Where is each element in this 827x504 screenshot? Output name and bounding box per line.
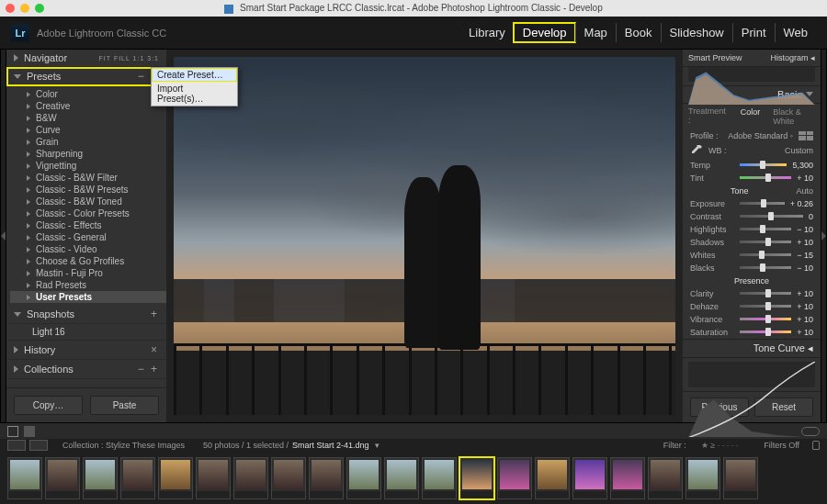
navigator-modes[interactable]: FIT FILL 1:1 3:1 [99,55,159,62]
loupe-view-icon[interactable] [7,426,18,437]
profile-value[interactable]: Adobe Standard ◦ [728,131,793,140]
wb-dropdown[interactable]: Custom [785,146,813,155]
filmstrip-thumb[interactable] [233,457,268,499]
collections-header[interactable]: Collections − + [6,360,166,379]
preset-folder[interactable]: Curve [10,124,166,136]
clarity-slider[interactable] [740,292,791,295]
module-slideshow[interactable]: Slideshow [661,23,732,42]
preset-folder[interactable]: Vignetting [10,160,166,172]
filmstrip-thumb[interactable] [422,457,457,499]
current-filename[interactable]: Smart Start 2-41.dng [292,441,369,450]
navigator-header[interactable]: Navigator FIT FILL 1:1 3:1 [6,50,166,67]
preset-folder[interactable]: Color [10,88,166,100]
vibrance-slider[interactable] [740,318,791,320]
filmstrip-thumb[interactable] [120,457,155,499]
contrast-value[interactable]: 0 [809,212,813,221]
left-panel-collapse[interactable] [0,50,6,422]
preview-image[interactable] [174,57,675,415]
temp-slider[interactable] [740,163,787,166]
snapshots-add[interactable]: + [151,308,159,320]
auto-tone-button[interactable]: Auto [796,186,813,196]
collection-path[interactable]: Collection : Stylize These Images [62,441,185,450]
contrast-slider[interactable] [740,215,803,218]
second-window-icon[interactable] [7,440,26,451]
preset-folder[interactable]: Classic - Video [10,243,166,255]
filmstrip[interactable] [0,452,827,504]
filmstrip-thumb[interactable] [45,457,80,499]
filmstrip-thumb[interactable] [196,457,231,499]
filmstrip-thumb[interactable] [497,457,532,499]
create-preset-item[interactable]: Create Preset… [152,68,237,82]
preset-folder[interactable]: Sharpening [10,148,166,160]
whites-value[interactable]: − 15 [797,251,813,260]
before-after-icon[interactable] [24,426,35,437]
blacks-value[interactable]: − 10 [797,263,813,273]
tonecurve-header[interactable]: Tone Curve ◂ [683,339,821,358]
preset-folder[interactable]: User Presets [10,291,166,303]
whites-slider[interactable] [740,253,791,256]
snapshots-header[interactable]: Snapshots + [6,305,166,324]
filmstrip-thumb[interactable] [309,457,344,499]
filmstrip-thumb[interactable] [572,457,607,499]
preset-folder[interactable]: Classic - Effects [10,219,166,231]
import-preset-item[interactable]: Import Preset(s)… [152,82,237,106]
saturation-slider[interactable] [740,330,791,333]
module-web[interactable]: Web [775,23,817,42]
shadows-value[interactable]: + 10 [797,238,813,247]
saturation-value[interactable]: + 10 [797,328,813,337]
dehaze-value[interactable]: + 10 [797,302,813,311]
chevron-down-icon[interactable]: ▾ [375,441,380,450]
tint-slider[interactable] [740,176,791,179]
preset-folder[interactable]: B&W [10,112,166,124]
treatment-color[interactable]: Color [737,106,765,127]
filters-off-label[interactable]: Filters Off [764,441,799,450]
history-clear[interactable]: × [151,343,159,356]
filmstrip-thumb[interactable] [610,457,645,499]
copy-button[interactable]: Copy… [14,396,83,415]
filmstrip-thumb[interactable] [83,457,118,499]
wb-eyedropper-icon[interactable] [690,144,703,157]
treatment-bw[interactable]: Black & White [769,106,815,127]
highlights-value[interactable]: − 10 [797,225,813,234]
preset-folder[interactable]: Classic - B&W Filter [10,172,166,184]
dehaze-slider[interactable] [740,305,791,308]
module-book[interactable]: Book [616,23,661,42]
preset-folder[interactable]: Creative [10,100,166,112]
tone-curve[interactable] [688,362,815,387]
paste-button[interactable]: Paste [90,396,159,415]
preset-folder[interactable]: Mastin - Fuji Pro [10,267,166,279]
clarity-value[interactable]: + 10 [797,289,813,298]
grid-view-icon[interactable] [29,440,48,451]
preset-folder[interactable]: Choose & Go Profiles [10,255,166,267]
filmstrip-thumb[interactable] [685,457,720,499]
module-map[interactable]: Map [575,23,616,42]
filmstrip-thumb[interactable] [7,457,42,499]
filmstrip-thumb[interactable] [723,457,758,499]
filmstrip-thumb[interactable] [271,457,306,499]
presets-header[interactable]: Presets − + [6,67,166,86]
preset-folder[interactable]: Grain [10,136,166,148]
filmstrip-thumb[interactable] [535,457,570,499]
filmstrip-thumb[interactable] [648,457,683,499]
rating-filter[interactable]: ★ ≥ · · · · · [701,441,738,450]
highlights-slider[interactable] [740,228,791,230]
histogram-header[interactable]: Histogram ◂ [770,53,815,62]
histogram[interactable] [688,67,815,82]
preset-folder[interactable]: Classic - Color Presets [10,207,166,219]
preset-folder[interactable]: Classic - B&W Presets [10,184,166,196]
exposure-slider[interactable] [740,202,785,205]
blacks-slider[interactable] [740,266,791,269]
temp-value[interactable]: 5,300 [792,161,813,170]
preset-folder[interactable]: Rad Presets [10,279,166,291]
filmstrip-thumb[interactable] [346,457,381,499]
tint-value[interactable]: + 10 [797,174,813,183]
profile-browser-icon[interactable] [799,131,813,140]
filmstrip-thumb[interactable] [158,457,193,499]
module-print[interactable]: Print [732,23,775,42]
filmstrip-thumb[interactable] [384,457,419,499]
history-header[interactable]: History × [6,341,166,360]
collections-add-remove[interactable]: − + [138,363,159,375]
preset-folder[interactable]: Classic - General [10,231,166,243]
filmstrip-thumb[interactable] [459,457,494,499]
module-library[interactable]: Library [460,23,514,42]
